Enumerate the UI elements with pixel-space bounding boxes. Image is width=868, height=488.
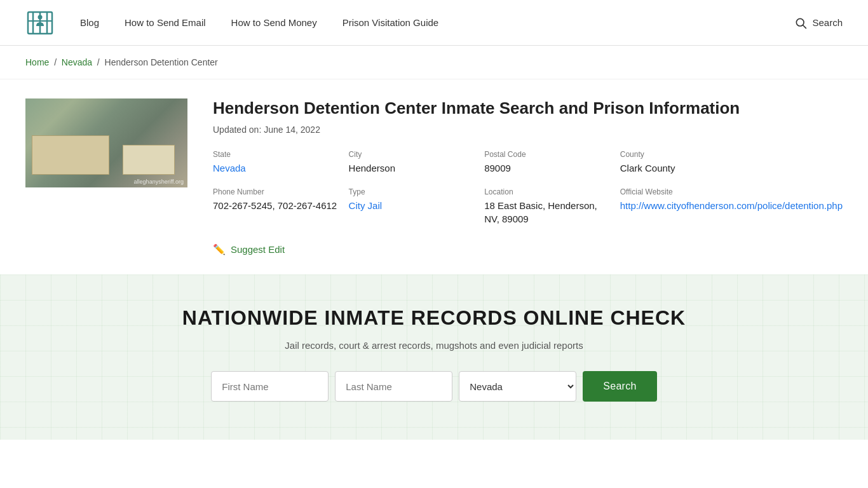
city-label: City <box>349 150 475 159</box>
pencil-icon: ✏️ <box>213 243 226 255</box>
info-website: Official Website http://www.cityofhender… <box>620 187 843 226</box>
location-value: 18 East Basic, Henderson, NV, 89009 <box>484 199 610 226</box>
first-name-input[interactable] <box>211 371 329 402</box>
main-nav: Blog How to Send Email How to Send Money… <box>80 17 794 28</box>
logo[interactable] <box>25 8 55 37</box>
city-value: Henderson <box>349 161 475 175</box>
header-search[interactable]: Search <box>794 17 843 29</box>
updated-date: Updated on: June 14, 2022 <box>213 125 843 135</box>
type-label: Type <box>349 187 475 196</box>
info-postal: Postal Code 89009 <box>484 150 610 175</box>
county-label: County <box>620 150 843 159</box>
svg-line-7 <box>803 25 806 28</box>
suggest-edit-link[interactable]: ✏️ Suggest Edit <box>213 243 843 255</box>
nav-send-money[interactable]: How to Send Money <box>231 17 317 28</box>
records-subtitle: Jail records, court & arrest records, mu… <box>25 340 843 351</box>
postal-label: Postal Code <box>484 150 610 159</box>
facility-details: Henderson Detention Center Inmate Search… <box>213 98 843 255</box>
breadcrumb-nevada[interactable]: Nevada <box>62 57 92 67</box>
website-value[interactable]: http://www.cityofhenderson.com/police/de… <box>620 199 843 212</box>
image-watermark: alleghanysheriff.org <box>134 179 184 185</box>
location-label: Location <box>484 187 610 196</box>
records-section: NATIONWIDE INMATE RECORDS ONLINE CHECK J… <box>0 274 868 440</box>
facility-image: alleghanysheriff.org <box>25 98 187 187</box>
info-phone: Phone Number 702-267-5245, 702-267-4612 <box>213 187 339 226</box>
breadcrumb-current: Henderson Detention Center <box>105 57 218 67</box>
suggest-edit-label: Suggest Edit <box>231 244 285 255</box>
phone-label: Phone Number <box>213 187 339 196</box>
state-select[interactable]: AlabamaAlaskaArizonaArkansasCaliforniaCo… <box>459 371 576 402</box>
info-county: County Clark County <box>620 150 843 175</box>
records-title: NATIONWIDE INMATE RECORDS ONLINE CHECK <box>25 306 843 330</box>
state-value[interactable]: Nevada <box>213 161 339 175</box>
nav-send-email[interactable]: How to Send Email <box>125 17 206 28</box>
info-grid: State Nevada City Henderson Postal Code … <box>213 150 843 226</box>
postal-value: 89009 <box>484 161 610 175</box>
county-value: Clark County <box>620 161 843 175</box>
inmate-search-form: AlabamaAlaskaArizonaArkansasCaliforniaCo… <box>25 371 843 402</box>
main-content: alleghanysheriff.org Henderson Detention… <box>0 79 868 274</box>
info-type: Type City Jail <box>349 187 475 226</box>
website-label: Official Website <box>620 187 843 196</box>
nav-blog[interactable]: Blog <box>80 17 99 28</box>
facility-title: Henderson Detention Center Inmate Search… <box>213 98 843 118</box>
info-location: Location 18 East Basic, Henderson, NV, 8… <box>484 187 610 226</box>
breadcrumb: Home / Nevada / Henderson Detention Cent… <box>0 46 868 79</box>
search-icon <box>794 17 807 29</box>
breadcrumb-home[interactable]: Home <box>25 57 49 67</box>
nav-prison-guide[interactable]: Prison Visitation Guide <box>342 17 438 28</box>
info-city: City Henderson <box>349 150 475 175</box>
svg-point-5 <box>38 15 43 19</box>
phone-value: 702-267-5245, 702-267-4612 <box>213 199 339 212</box>
search-button[interactable]: Search <box>583 371 657 402</box>
header-search-label: Search <box>812 17 843 28</box>
state-label: State <box>213 150 339 159</box>
last-name-input[interactable] <box>335 371 452 402</box>
info-state: State Nevada <box>213 150 339 175</box>
type-value[interactable]: City Jail <box>349 199 475 212</box>
